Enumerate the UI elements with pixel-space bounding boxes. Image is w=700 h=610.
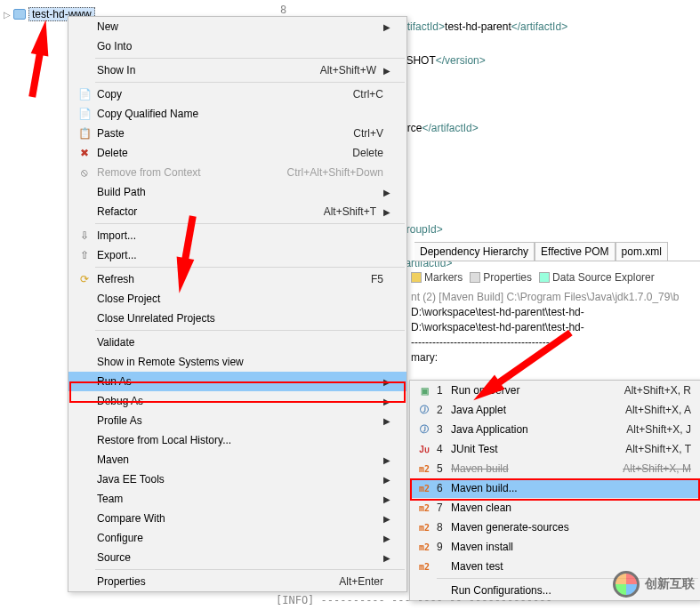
markers-icon <box>411 272 422 283</box>
tab-dependency-hierarchy[interactable]: Dependency Hierarchy <box>414 242 535 261</box>
remove-context-icon: ⦸ <box>74 166 95 179</box>
watermark-text: 创新互联 <box>645 576 695 592</box>
submenu-run-on-server[interactable]: ▣1Run on ServerAlt+Shift+X, R <box>410 381 700 400</box>
menu-refactor[interactable]: RefactorAlt+Shift+T▶ <box>68 202 406 221</box>
server-icon: ▣ <box>414 386 435 396</box>
m2-icon: m2 <box>414 562 435 572</box>
java-applet-icon: Ⓙ <box>414 404 435 416</box>
menu-source[interactable]: Source▶ <box>68 548 406 567</box>
context-menu: New▶ Go Into Show InAlt+Shift+W▶ 📄CopyCt… <box>68 16 407 592</box>
menu-configure[interactable]: Configure▶ <box>68 528 406 548</box>
java-app-icon: Ⓙ <box>414 423 435 436</box>
menu-team[interactable]: Team▶ <box>68 489 406 509</box>
pom-editor-tabs: Dependency Hierarchy Effective POM pom.x… <box>414 242 700 261</box>
menu-profile-as[interactable]: Profile As▶ <box>68 411 406 430</box>
paste-icon: 📋 <box>74 127 95 140</box>
m2-icon: m2 <box>414 542 435 552</box>
menu-paste[interactable]: 📋PasteCtrl+V <box>68 124 406 143</box>
menu-run-as[interactable]: Run As▶ <box>68 372 406 391</box>
view-data-source[interactable]: Data Source Explorer <box>539 271 655 284</box>
submenu-java-applet[interactable]: Ⓙ2Java AppletAlt+Shift+X, A <box>410 400 700 420</box>
menu-maven[interactable]: Maven▶ <box>68 450 406 470</box>
export-icon: ⇧ <box>74 249 95 261</box>
menu-close-project[interactable]: Close Project <box>68 289 406 309</box>
submenu-maven-generate-sources[interactable]: m28Maven generate-sources <box>410 518 700 537</box>
menu-build-path[interactable]: Build Path▶ <box>68 182 406 202</box>
m2-icon: m2 <box>414 503 435 513</box>
menu-copy-qualified[interactable]: 📄Copy Qualified Name <box>68 104 406 124</box>
view-markers[interactable]: Markers <box>411 271 463 284</box>
m2-icon: m2 <box>414 464 435 474</box>
menu-jee-tools[interactable]: Java EE Tools▶ <box>68 470 406 489</box>
watermark: 创新互联 <box>613 571 695 598</box>
submenu-maven-build-dots[interactable]: m26Maven build... <box>410 478 700 498</box>
menu-compare-with[interactable]: Compare With▶ <box>68 509 406 528</box>
submenu-junit-test[interactable]: Jᴜ4JUnit TestAlt+Shift+X, T <box>410 439 700 459</box>
copy-icon: 📄 <box>74 88 95 100</box>
project-folder-icon <box>13 9 26 20</box>
import-icon: ⇩ <box>74 229 95 242</box>
run-as-submenu: ▣1Run on ServerAlt+Shift+X, R Ⓙ2Java App… <box>409 380 700 601</box>
menu-remove-context: ⦸Remove from ContextCtrl+Alt+Shift+Down <box>68 163 406 182</box>
m2-icon: m2 <box>414 523 435 533</box>
tree-expand-icon[interactable]: ▷ <box>4 10 11 20</box>
menu-import[interactable]: ⇩Import... <box>68 226 406 245</box>
menu-restore[interactable]: Restore from Local History... <box>68 430 406 450</box>
console-output[interactable]: nt (2) [Maven Build] C:\Program Files\Ja… <box>411 290 700 365</box>
menu-refresh[interactable]: ⟳RefreshF5 <box>68 269 406 289</box>
m2-icon: m2 <box>414 484 435 494</box>
copy-qualified-icon: 📄 <box>74 108 95 120</box>
submenu-maven-build-strike[interactable]: m25Maven buildAlt+Shift+X, M <box>410 459 700 478</box>
menu-show-remote[interactable]: Show in Remote Systems view <box>68 352 406 372</box>
submenu-maven-clean[interactable]: m27Maven clean <box>410 498 700 518</box>
menu-go-into[interactable]: Go Into <box>68 36 406 56</box>
annotation-arrow-project <box>31 19 55 57</box>
menu-properties[interactable]: PropertiesAlt+Enter <box>68 572 406 591</box>
delete-icon: ✖ <box>74 147 95 159</box>
menu-new[interactable]: New▶ <box>68 17 406 36</box>
view-tabs: Markers Properties Data Source Explorer <box>411 269 700 286</box>
menu-copy[interactable]: 📄CopyCtrl+C <box>68 84 406 104</box>
menu-delete[interactable]: ✖DeleteDelete <box>68 143 406 163</box>
menu-close-unrelated[interactable]: Close Unrelated Projects <box>68 309 406 328</box>
tab-effective-pom[interactable]: Effective POM <box>535 242 615 261</box>
submenu-java-application[interactable]: Ⓙ3Java ApplicationAlt+Shift+X, J <box>410 420 700 439</box>
menu-show-in[interactable]: Show InAlt+Shift+W▶ <box>68 60 406 80</box>
watermark-logo-icon <box>613 571 640 598</box>
view-properties[interactable]: Properties <box>470 271 532 284</box>
submenu-maven-install[interactable]: m29Maven install <box>410 537 700 557</box>
datasource-icon <box>539 272 550 283</box>
menu-debug-as[interactable]: Debug As▶ <box>68 391 406 411</box>
properties-icon <box>470 272 480 283</box>
console-info-line: [INFO] ---------- --- ---- -- ----------… <box>276 594 552 606</box>
tab-pom-xml[interactable]: pom.xml <box>616 242 668 261</box>
menu-export[interactable]: ⇧Export... <box>68 245 406 265</box>
refresh-icon: ⟳ <box>74 273 95 285</box>
junit-icon: Jᴜ <box>414 445 435 454</box>
menu-validate[interactable]: Validate <box>68 333 406 352</box>
